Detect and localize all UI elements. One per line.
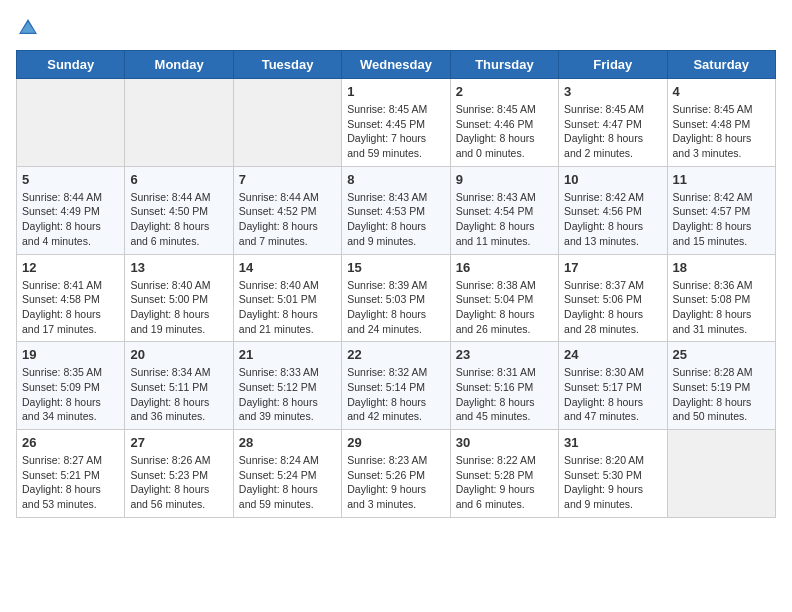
day-info: Sunrise: 8:23 AM Sunset: 5:26 PM Dayligh… — [347, 453, 444, 512]
day-number: 6 — [130, 172, 227, 187]
logo — [16, 16, 44, 40]
calendar-cell: 7Sunrise: 8:44 AM Sunset: 4:52 PM Daylig… — [233, 166, 341, 254]
calendar-header-row: SundayMondayTuesdayWednesdayThursdayFrid… — [17, 51, 776, 79]
svg-marker-1 — [21, 22, 35, 33]
day-number: 29 — [347, 435, 444, 450]
day-of-week-header: Thursday — [450, 51, 558, 79]
day-info: Sunrise: 8:31 AM Sunset: 5:16 PM Dayligh… — [456, 365, 553, 424]
calendar-cell: 15Sunrise: 8:39 AM Sunset: 5:03 PM Dayli… — [342, 254, 450, 342]
day-info: Sunrise: 8:45 AM Sunset: 4:47 PM Dayligh… — [564, 102, 661, 161]
day-info: Sunrise: 8:45 AM Sunset: 4:45 PM Dayligh… — [347, 102, 444, 161]
calendar-cell: 23Sunrise: 8:31 AM Sunset: 5:16 PM Dayli… — [450, 342, 558, 430]
day-info: Sunrise: 8:26 AM Sunset: 5:23 PM Dayligh… — [130, 453, 227, 512]
calendar-cell — [667, 430, 775, 518]
day-info: Sunrise: 8:43 AM Sunset: 4:54 PM Dayligh… — [456, 190, 553, 249]
calendar-cell: 1Sunrise: 8:45 AM Sunset: 4:45 PM Daylig… — [342, 79, 450, 167]
calendar-cell — [233, 79, 341, 167]
day-number: 9 — [456, 172, 553, 187]
calendar-cell: 30Sunrise: 8:22 AM Sunset: 5:28 PM Dayli… — [450, 430, 558, 518]
day-number: 23 — [456, 347, 553, 362]
day-info: Sunrise: 8:43 AM Sunset: 4:53 PM Dayligh… — [347, 190, 444, 249]
calendar-week-row: 5Sunrise: 8:44 AM Sunset: 4:49 PM Daylig… — [17, 166, 776, 254]
day-number: 15 — [347, 260, 444, 275]
calendar-cell: 25Sunrise: 8:28 AM Sunset: 5:19 PM Dayli… — [667, 342, 775, 430]
calendar-cell: 4Sunrise: 8:45 AM Sunset: 4:48 PM Daylig… — [667, 79, 775, 167]
day-number: 22 — [347, 347, 444, 362]
day-of-week-header: Friday — [559, 51, 667, 79]
day-number: 26 — [22, 435, 119, 450]
calendar-cell: 21Sunrise: 8:33 AM Sunset: 5:12 PM Dayli… — [233, 342, 341, 430]
day-number: 25 — [673, 347, 770, 362]
day-number: 30 — [456, 435, 553, 450]
day-info: Sunrise: 8:34 AM Sunset: 5:11 PM Dayligh… — [130, 365, 227, 424]
calendar-cell: 24Sunrise: 8:30 AM Sunset: 5:17 PM Dayli… — [559, 342, 667, 430]
day-number: 3 — [564, 84, 661, 99]
calendar-cell: 11Sunrise: 8:42 AM Sunset: 4:57 PM Dayli… — [667, 166, 775, 254]
day-of-week-header: Tuesday — [233, 51, 341, 79]
day-info: Sunrise: 8:30 AM Sunset: 5:17 PM Dayligh… — [564, 365, 661, 424]
day-info: Sunrise: 8:41 AM Sunset: 4:58 PM Dayligh… — [22, 278, 119, 337]
day-info: Sunrise: 8:28 AM Sunset: 5:19 PM Dayligh… — [673, 365, 770, 424]
calendar-cell: 22Sunrise: 8:32 AM Sunset: 5:14 PM Dayli… — [342, 342, 450, 430]
calendar-cell — [17, 79, 125, 167]
calendar-cell: 8Sunrise: 8:43 AM Sunset: 4:53 PM Daylig… — [342, 166, 450, 254]
day-number: 1 — [347, 84, 444, 99]
day-number: 17 — [564, 260, 661, 275]
day-info: Sunrise: 8:40 AM Sunset: 5:00 PM Dayligh… — [130, 278, 227, 337]
logo-icon — [16, 16, 40, 40]
calendar-cell: 3Sunrise: 8:45 AM Sunset: 4:47 PM Daylig… — [559, 79, 667, 167]
day-info: Sunrise: 8:44 AM Sunset: 4:52 PM Dayligh… — [239, 190, 336, 249]
day-info: Sunrise: 8:35 AM Sunset: 5:09 PM Dayligh… — [22, 365, 119, 424]
day-number: 8 — [347, 172, 444, 187]
day-number: 12 — [22, 260, 119, 275]
calendar-week-row: 19Sunrise: 8:35 AM Sunset: 5:09 PM Dayli… — [17, 342, 776, 430]
calendar-cell: 5Sunrise: 8:44 AM Sunset: 4:49 PM Daylig… — [17, 166, 125, 254]
day-of-week-header: Wednesday — [342, 51, 450, 79]
day-number: 4 — [673, 84, 770, 99]
day-number: 5 — [22, 172, 119, 187]
calendar-cell: 16Sunrise: 8:38 AM Sunset: 5:04 PM Dayli… — [450, 254, 558, 342]
day-info: Sunrise: 8:36 AM Sunset: 5:08 PM Dayligh… — [673, 278, 770, 337]
day-number: 28 — [239, 435, 336, 450]
calendar-cell: 10Sunrise: 8:42 AM Sunset: 4:56 PM Dayli… — [559, 166, 667, 254]
calendar-cell: 14Sunrise: 8:40 AM Sunset: 5:01 PM Dayli… — [233, 254, 341, 342]
calendar-cell: 31Sunrise: 8:20 AM Sunset: 5:30 PM Dayli… — [559, 430, 667, 518]
calendar-week-row: 1Sunrise: 8:45 AM Sunset: 4:45 PM Daylig… — [17, 79, 776, 167]
calendar-cell: 26Sunrise: 8:27 AM Sunset: 5:21 PM Dayli… — [17, 430, 125, 518]
calendar-cell: 27Sunrise: 8:26 AM Sunset: 5:23 PM Dayli… — [125, 430, 233, 518]
day-info: Sunrise: 8:45 AM Sunset: 4:48 PM Dayligh… — [673, 102, 770, 161]
day-info: Sunrise: 8:20 AM Sunset: 5:30 PM Dayligh… — [564, 453, 661, 512]
day-of-week-header: Sunday — [17, 51, 125, 79]
calendar-cell: 12Sunrise: 8:41 AM Sunset: 4:58 PM Dayli… — [17, 254, 125, 342]
day-info: Sunrise: 8:44 AM Sunset: 4:50 PM Dayligh… — [130, 190, 227, 249]
day-info: Sunrise: 8:39 AM Sunset: 5:03 PM Dayligh… — [347, 278, 444, 337]
calendar-cell: 17Sunrise: 8:37 AM Sunset: 5:06 PM Dayli… — [559, 254, 667, 342]
day-number: 10 — [564, 172, 661, 187]
day-info: Sunrise: 8:27 AM Sunset: 5:21 PM Dayligh… — [22, 453, 119, 512]
day-number: 31 — [564, 435, 661, 450]
day-number: 11 — [673, 172, 770, 187]
calendar-week-row: 26Sunrise: 8:27 AM Sunset: 5:21 PM Dayli… — [17, 430, 776, 518]
calendar-week-row: 12Sunrise: 8:41 AM Sunset: 4:58 PM Dayli… — [17, 254, 776, 342]
day-number: 24 — [564, 347, 661, 362]
calendar-cell: 29Sunrise: 8:23 AM Sunset: 5:26 PM Dayli… — [342, 430, 450, 518]
day-info: Sunrise: 8:33 AM Sunset: 5:12 PM Dayligh… — [239, 365, 336, 424]
day-of-week-header: Monday — [125, 51, 233, 79]
day-number: 2 — [456, 84, 553, 99]
day-number: 19 — [22, 347, 119, 362]
calendar-table: SundayMondayTuesdayWednesdayThursdayFrid… — [16, 50, 776, 518]
calendar-cell: 18Sunrise: 8:36 AM Sunset: 5:08 PM Dayli… — [667, 254, 775, 342]
day-number: 21 — [239, 347, 336, 362]
day-info: Sunrise: 8:38 AM Sunset: 5:04 PM Dayligh… — [456, 278, 553, 337]
day-info: Sunrise: 8:45 AM Sunset: 4:46 PM Dayligh… — [456, 102, 553, 161]
day-info: Sunrise: 8:37 AM Sunset: 5:06 PM Dayligh… — [564, 278, 661, 337]
calendar-cell: 28Sunrise: 8:24 AM Sunset: 5:24 PM Dayli… — [233, 430, 341, 518]
day-number: 18 — [673, 260, 770, 275]
day-info: Sunrise: 8:42 AM Sunset: 4:56 PM Dayligh… — [564, 190, 661, 249]
day-number: 27 — [130, 435, 227, 450]
day-number: 7 — [239, 172, 336, 187]
day-number: 16 — [456, 260, 553, 275]
day-info: Sunrise: 8:42 AM Sunset: 4:57 PM Dayligh… — [673, 190, 770, 249]
calendar-cell: 20Sunrise: 8:34 AM Sunset: 5:11 PM Dayli… — [125, 342, 233, 430]
day-number: 13 — [130, 260, 227, 275]
